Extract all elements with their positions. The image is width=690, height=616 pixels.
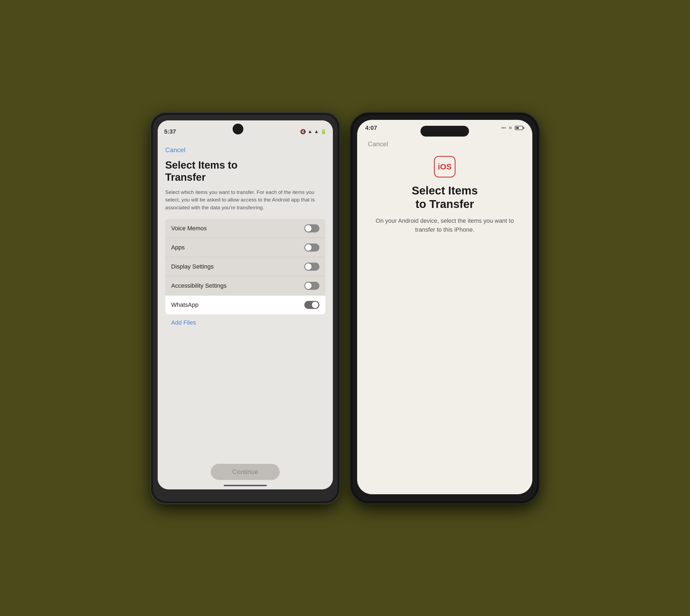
- ios-logo: iOS: [434, 156, 456, 177]
- android-transfer-list: Voice Memos Apps Display Settings Access…: [165, 219, 325, 314]
- signal-icon: ▲: [308, 129, 312, 134]
- android-status-bar: 5:37 🔇 ▲ ▲ 🔋: [158, 120, 333, 142]
- iphone-cancel-button[interactable]: Cancel: [368, 140, 388, 148]
- android-time: 5:37: [164, 128, 176, 135]
- transfer-item-accessibility-settings[interactable]: Accessibility Settings: [165, 276, 325, 295]
- android-phone: 5:37 🔇 ▲ ▲ 🔋 Cancel Select Items to Tran…: [151, 113, 340, 503]
- accessibility-settings-toggle[interactable]: [304, 282, 319, 290]
- android-status-icons: 🔇 ▲ ▲ 🔋: [300, 129, 327, 135]
- mute-icon: 🔇: [300, 129, 306, 135]
- iphone-battery-icon: [515, 126, 524, 130]
- voice-memos-label: Voice Memos: [171, 225, 207, 232]
- transfer-item-whatsapp[interactable]: WhatsApp: [165, 295, 325, 314]
- android-page-title: Select Items to Transfer: [165, 159, 325, 184]
- apps-label: Apps: [171, 244, 185, 251]
- iphone: 4:07 ••• ≋ Cancel iOS: [350, 113, 539, 503]
- continue-button[interactable]: Continue: [211, 464, 280, 480]
- iphone-page-description: On your Android device, select the items…: [368, 216, 522, 234]
- iphone-signal-icon: •••: [501, 126, 506, 130]
- android-camera-notch: [233, 124, 244, 134]
- iphone-screen: 4:07 ••• ≋ Cancel iOS: [357, 120, 532, 494]
- iphone-page-title: Select Items to Transfer: [412, 184, 478, 211]
- iphone-wifi-icon: ≋: [508, 125, 512, 130]
- android-content: Cancel Select Items to Transfer Select w…: [158, 142, 333, 458]
- android-home-bar: [224, 485, 267, 486]
- apps-toggle[interactable]: [304, 243, 319, 251]
- dynamic-island: [420, 126, 469, 136]
- add-files-button[interactable]: Add Files: [165, 314, 325, 331]
- whatsapp-toggle[interactable]: [304, 301, 319, 309]
- transfer-item-apps[interactable]: Apps: [165, 238, 325, 257]
- display-settings-toggle[interactable]: [304, 263, 319, 271]
- wifi-icon: ▲: [314, 129, 319, 134]
- iphone-content: Cancel iOS Select Items to Transfer On y…: [357, 136, 532, 494]
- transfer-item-display-settings[interactable]: Display Settings: [165, 257, 325, 276]
- voice-memos-toggle[interactable]: [304, 224, 319, 233]
- continue-button-wrapper: Continue: [158, 458, 333, 483]
- accessibility-settings-label: Accessibility Settings: [171, 282, 226, 289]
- android-page-description: Select which items you want to transfer.…: [165, 189, 325, 212]
- transfer-item-voice-memos[interactable]: Voice Memos: [165, 219, 325, 238]
- battery-icon: 🔋: [320, 129, 327, 135]
- iphone-time: 4:07: [365, 125, 377, 131]
- android-cancel-button[interactable]: Cancel: [165, 146, 325, 154]
- display-settings-label: Display Settings: [171, 263, 214, 270]
- ios-logo-text: iOS: [438, 162, 452, 171]
- android-screen: 5:37 🔇 ▲ ▲ 🔋 Cancel Select Items to Tran…: [158, 120, 333, 489]
- whatsapp-label: WhatsApp: [171, 302, 198, 308]
